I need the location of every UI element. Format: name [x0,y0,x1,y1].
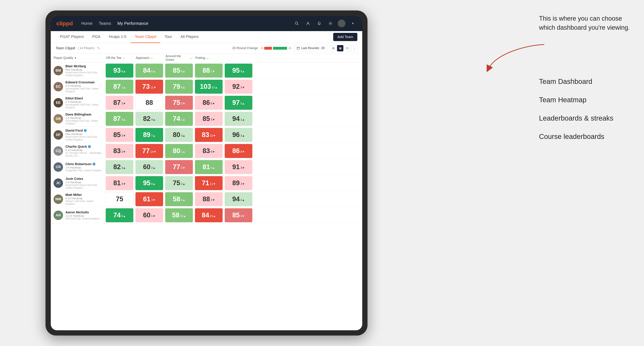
score-value: 92 [232,83,240,90]
player-handicap: 1-5 Handicap [66,181,103,184]
menu-option-dashboard: Team Dashboard [539,78,634,85]
player-cell[interactable]: EEElliot Ebert1-5 HandicapSunningdale Go… [52,96,105,109]
score-value: 84 [202,211,209,219]
tab-all-players[interactable]: All Players [176,31,203,43]
score-value: 58 [172,211,180,219]
score-cell: 601▼ [136,208,163,222]
settings-icon[interactable] [326,19,334,27]
score-change: 5▲ [240,102,245,105]
player-avatar: EC [54,82,63,91]
col-sort-arrow-around[interactable]: — [190,57,192,59]
table-row: ANAaron Nicholls11-15 HandicapDrift Golf… [51,207,362,223]
player-cell[interactable]: DBDave Billingham1-5 HandicapGog Magog G… [52,113,105,125]
score-change: 7▲ [151,134,156,137]
nav-link-home[interactable]: Home [81,20,92,26]
player-cell[interactable]: ECEdward Crossman1-5 HandicapSunningdale… [52,80,105,93]
player-cell[interactable]: MMMatt Miller6-10 HandicapWoburn Golf Cl… [52,193,105,205]
player-name: Chris Robertson✓ [66,162,102,166]
player-cell[interactable]: CRChris Robertson✓1-5 HandicapCraigmilla… [52,162,105,172]
player-handicap: 1-5 Handicap [66,100,103,103]
view-grid-icon[interactable]: ⊞ [330,45,336,51]
score-change: 1▲ [240,118,245,121]
score-value: 95 [232,67,240,74]
player-handicap: 6-10 Handicap [66,149,103,152]
nav-link-teams[interactable]: Teams [99,20,111,26]
score-cell: 753▼ [165,96,193,110]
score-value: 89 [232,179,240,187]
score-change: 2▲ [151,166,156,170]
score-change: 11▼ [210,182,216,185]
player-avatar: CQ [54,146,63,156]
team-count: | 14 Players [78,46,94,50]
annotation-arrow [483,41,550,76]
score-cell: 773▼ [165,160,193,174]
score-value: 88 [146,99,153,106]
score-cell: 939▲ [106,64,133,78]
player-avatar: DF [54,130,63,140]
score-change: 3▲ [240,198,245,202]
score-value: 77 [142,147,150,155]
tab-pga[interactable]: PGA [88,31,104,43]
tab-team-clippd[interactable]: Team Clippd [130,31,160,43]
tab-pgat-players[interactable]: PGAT Players [56,31,88,43]
tab-tour[interactable]: Tour [160,31,176,43]
verified-badge: ✓ [88,145,91,148]
nav-link-performance[interactable]: My Performance [118,20,148,26]
player-club: Gog Magog Golf Club, United Kingdom [66,119,103,125]
col-sort-arrow-approach[interactable]: — [150,57,153,59]
col-header-around: Around the Green — [164,54,194,62]
player-club: Royal North Devon Golf Club, United King… [66,135,103,141]
player-avatar: EE [54,98,63,107]
bar-red [264,47,272,50]
score-value: 83 [202,131,209,139]
col-sort-arrow-tee[interactable]: — [122,57,125,59]
score-cell: 846▲ [136,64,163,78]
score-value: 82 [113,163,120,171]
score-cell: 923▼ [225,80,252,94]
col-sort-arrow[interactable]: ▼ [74,57,77,59]
score-cell: 975▲ [225,96,252,110]
view-heatmap-icon[interactable]: ⊡ [344,45,350,51]
player-cell[interactable]: JCJosh Coles1-5 HandicapRoyal North Devo… [52,177,105,189]
chevron-down-icon[interactable]: ▾ [349,19,357,27]
player-avatar: DB [54,114,63,124]
score-cell: 613▼ [136,192,163,206]
score-cell: 7714▼ [136,144,163,158]
score-change: 9▲ [240,70,245,73]
score-value: 74 [113,211,120,219]
user-avatar[interactable] [338,19,346,27]
player-cell[interactable]: CQCharlie Quick✓6-10 HandicapSt. George'… [52,145,105,157]
player-cell[interactable]: ANAaron Nicholls11-15 HandicapDrift Golf… [52,210,105,220]
score-change: 11▼ [150,86,156,89]
score-change: 3▼ [240,86,245,89]
last-rounds-button[interactable]: Last Rounds: 20 [294,45,327,51]
score-cell: 963▲ [225,128,252,142]
score-value: 86 [232,147,240,155]
tab-hcaps[interactable]: Hcaps 1-5 [105,31,130,43]
user-icon[interactable] [304,19,312,27]
bell-icon[interactable] [315,19,323,27]
col-headers: Player Quality ▼ Off the Tee — Approach … [51,53,362,63]
view-list-icon[interactable]: ▦ [337,45,343,51]
svg-point-2 [307,22,309,23]
search-icon[interactable] [293,19,301,27]
score-change: 9▲ [122,70,126,73]
score-change: 4▲ [211,166,215,170]
score-value: 77 [173,163,180,171]
view-download-icon[interactable]: ↓ [351,45,357,51]
score-value: 71 [202,179,209,187]
score-cell: 882▼ [195,192,222,206]
score-value: 89 [143,131,150,139]
score-cell: 854▼ [225,208,252,222]
menu-option-course: Course leaderboards [539,133,634,141]
score-cell: 602▲ [136,160,163,174]
player-cell[interactable]: BMBlair McHargPlus HandicapRoyal North D… [52,64,105,77]
col-sort-arrow-putting[interactable]: — [206,57,208,59]
nav-logo: clippd [56,20,73,27]
add-team-button[interactable]: Add Team [333,33,357,41]
score-change: 4▲ [181,198,185,202]
player-cell[interactable]: DFDavid Ford✓Plus HandicapRoyal North De… [52,129,105,141]
player-handicap: 6-10 Handicap [66,197,103,200]
score-change: 6▼ [211,102,215,105]
edit-icon[interactable]: ✎ [97,46,100,50]
